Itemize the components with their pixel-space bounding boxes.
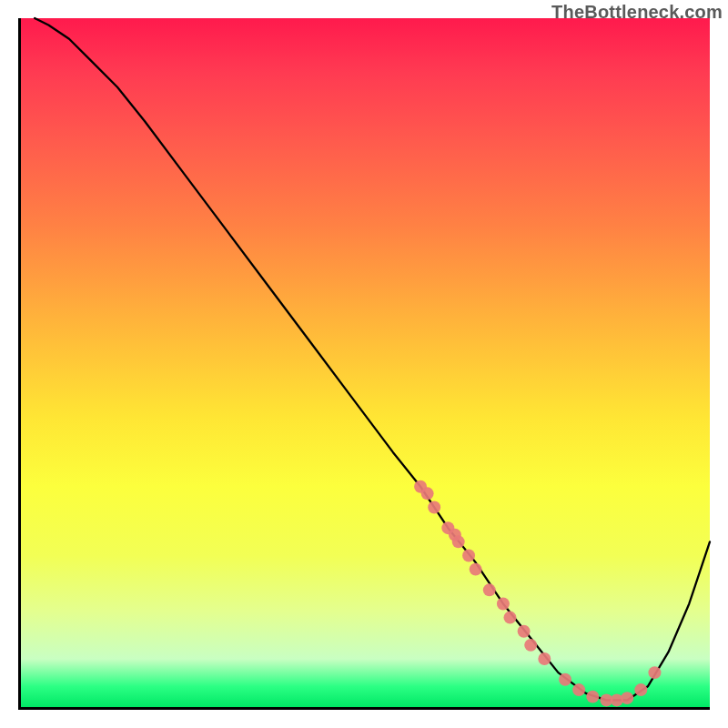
svg-point-13 [538, 652, 551, 665]
svg-point-20 [634, 683, 647, 696]
svg-point-11 [518, 625, 531, 638]
plot-area [18, 18, 710, 710]
chart-container: TheBottleneck.com [0, 0, 728, 728]
svg-point-5 [452, 535, 465, 548]
svg-point-19 [621, 692, 633, 704]
svg-point-9 [497, 597, 510, 610]
svg-point-16 [586, 691, 599, 703]
svg-point-2 [428, 500, 440, 513]
svg-point-7 [470, 563, 482, 576]
svg-point-1 [421, 487, 434, 500]
curve-points [414, 480, 661, 707]
svg-point-15 [572, 683, 585, 696]
svg-point-6 [462, 549, 475, 561]
svg-point-21 [648, 666, 661, 679]
svg-point-12 [524, 639, 537, 652]
svg-point-10 [503, 612, 516, 624]
svg-point-8 [483, 583, 496, 596]
chart-svg [21, 18, 710, 707]
svg-point-14 [559, 673, 571, 686]
curve-line [35, 18, 710, 700]
